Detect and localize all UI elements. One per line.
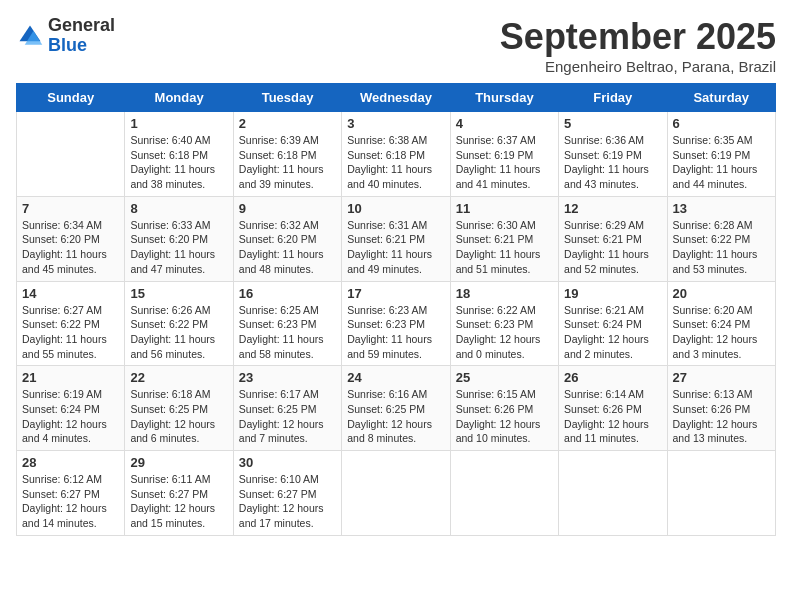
calendar-cell: 18Sunrise: 6:22 AM Sunset: 6:23 PM Dayli… <box>450 281 558 366</box>
day-info: Sunrise: 6:20 AM Sunset: 6:24 PM Dayligh… <box>673 303 770 362</box>
day-info: Sunrise: 6:21 AM Sunset: 6:24 PM Dayligh… <box>564 303 661 362</box>
calendar-cell: 11Sunrise: 6:30 AM Sunset: 6:21 PM Dayli… <box>450 196 558 281</box>
day-number: 10 <box>347 201 444 216</box>
day-number: 25 <box>456 370 553 385</box>
calendar-cell: 25Sunrise: 6:15 AM Sunset: 6:26 PM Dayli… <box>450 366 558 451</box>
calendar-weekday-friday: Friday <box>559 84 667 112</box>
calendar-cell: 22Sunrise: 6:18 AM Sunset: 6:25 PM Dayli… <box>125 366 233 451</box>
day-number: 13 <box>673 201 770 216</box>
location: Engenheiro Beltrao, Parana, Brazil <box>500 58 776 75</box>
logo: General Blue <box>16 16 115 56</box>
day-number: 28 <box>22 455 119 470</box>
month-title: September 2025 <box>500 16 776 58</box>
day-info: Sunrise: 6:18 AM Sunset: 6:25 PM Dayligh… <box>130 387 227 446</box>
calendar-cell: 8Sunrise: 6:33 AM Sunset: 6:20 PM Daylig… <box>125 196 233 281</box>
calendar-week-1: 1Sunrise: 6:40 AM Sunset: 6:18 PM Daylig… <box>17 112 776 197</box>
calendar-weekday-saturday: Saturday <box>667 84 775 112</box>
day-number: 2 <box>239 116 336 131</box>
day-info: Sunrise: 6:13 AM Sunset: 6:26 PM Dayligh… <box>673 387 770 446</box>
calendar-cell <box>342 451 450 536</box>
day-info: Sunrise: 6:29 AM Sunset: 6:21 PM Dayligh… <box>564 218 661 277</box>
title-block: September 2025 Engenheiro Beltrao, Paran… <box>500 16 776 75</box>
day-number: 8 <box>130 201 227 216</box>
calendar-weekday-tuesday: Tuesday <box>233 84 341 112</box>
calendar-cell: 17Sunrise: 6:23 AM Sunset: 6:23 PM Dayli… <box>342 281 450 366</box>
calendar-cell: 9Sunrise: 6:32 AM Sunset: 6:20 PM Daylig… <box>233 196 341 281</box>
day-info: Sunrise: 6:23 AM Sunset: 6:23 PM Dayligh… <box>347 303 444 362</box>
calendar-week-4: 21Sunrise: 6:19 AM Sunset: 6:24 PM Dayli… <box>17 366 776 451</box>
day-number: 17 <box>347 286 444 301</box>
day-number: 11 <box>456 201 553 216</box>
calendar-cell: 12Sunrise: 6:29 AM Sunset: 6:21 PM Dayli… <box>559 196 667 281</box>
calendar-weekday-sunday: Sunday <box>17 84 125 112</box>
calendar-cell: 16Sunrise: 6:25 AM Sunset: 6:23 PM Dayli… <box>233 281 341 366</box>
day-number: 12 <box>564 201 661 216</box>
calendar-cell: 2Sunrise: 6:39 AM Sunset: 6:18 PM Daylig… <box>233 112 341 197</box>
calendar-cell: 21Sunrise: 6:19 AM Sunset: 6:24 PM Dayli… <box>17 366 125 451</box>
day-number: 21 <box>22 370 119 385</box>
day-number: 9 <box>239 201 336 216</box>
calendar-cell <box>667 451 775 536</box>
day-info: Sunrise: 6:28 AM Sunset: 6:22 PM Dayligh… <box>673 218 770 277</box>
day-info: Sunrise: 6:40 AM Sunset: 6:18 PM Dayligh… <box>130 133 227 192</box>
calendar-cell: 26Sunrise: 6:14 AM Sunset: 6:26 PM Dayli… <box>559 366 667 451</box>
day-number: 1 <box>130 116 227 131</box>
calendar-cell: 3Sunrise: 6:38 AM Sunset: 6:18 PM Daylig… <box>342 112 450 197</box>
calendar-cell: 29Sunrise: 6:11 AM Sunset: 6:27 PM Dayli… <box>125 451 233 536</box>
calendar-cell: 30Sunrise: 6:10 AM Sunset: 6:27 PM Dayli… <box>233 451 341 536</box>
calendar-cell <box>17 112 125 197</box>
page-header: General Blue September 2025 Engenheiro B… <box>16 16 776 75</box>
day-number: 6 <box>673 116 770 131</box>
calendar-cell <box>559 451 667 536</box>
day-info: Sunrise: 6:27 AM Sunset: 6:22 PM Dayligh… <box>22 303 119 362</box>
day-info: Sunrise: 6:15 AM Sunset: 6:26 PM Dayligh… <box>456 387 553 446</box>
day-number: 5 <box>564 116 661 131</box>
day-number: 19 <box>564 286 661 301</box>
calendar-cell: 7Sunrise: 6:34 AM Sunset: 6:20 PM Daylig… <box>17 196 125 281</box>
day-number: 27 <box>673 370 770 385</box>
day-info: Sunrise: 6:37 AM Sunset: 6:19 PM Dayligh… <box>456 133 553 192</box>
day-info: Sunrise: 6:10 AM Sunset: 6:27 PM Dayligh… <box>239 472 336 531</box>
calendar-cell <box>450 451 558 536</box>
day-number: 22 <box>130 370 227 385</box>
day-info: Sunrise: 6:39 AM Sunset: 6:18 PM Dayligh… <box>239 133 336 192</box>
day-number: 24 <box>347 370 444 385</box>
day-number: 3 <box>347 116 444 131</box>
logo-general: General <box>48 16 115 36</box>
day-info: Sunrise: 6:34 AM Sunset: 6:20 PM Dayligh… <box>22 218 119 277</box>
calendar-cell: 6Sunrise: 6:35 AM Sunset: 6:19 PM Daylig… <box>667 112 775 197</box>
calendar-cell: 20Sunrise: 6:20 AM Sunset: 6:24 PM Dayli… <box>667 281 775 366</box>
day-number: 29 <box>130 455 227 470</box>
calendar-cell: 10Sunrise: 6:31 AM Sunset: 6:21 PM Dayli… <box>342 196 450 281</box>
day-info: Sunrise: 6:12 AM Sunset: 6:27 PM Dayligh… <box>22 472 119 531</box>
day-info: Sunrise: 6:16 AM Sunset: 6:25 PM Dayligh… <box>347 387 444 446</box>
day-number: 30 <box>239 455 336 470</box>
day-info: Sunrise: 6:22 AM Sunset: 6:23 PM Dayligh… <box>456 303 553 362</box>
day-number: 23 <box>239 370 336 385</box>
logo-icon <box>16 22 44 50</box>
day-number: 16 <box>239 286 336 301</box>
calendar-cell: 1Sunrise: 6:40 AM Sunset: 6:18 PM Daylig… <box>125 112 233 197</box>
calendar-cell: 13Sunrise: 6:28 AM Sunset: 6:22 PM Dayli… <box>667 196 775 281</box>
day-number: 26 <box>564 370 661 385</box>
calendar-table: SundayMondayTuesdayWednesdayThursdayFrid… <box>16 83 776 536</box>
day-info: Sunrise: 6:36 AM Sunset: 6:19 PM Dayligh… <box>564 133 661 192</box>
calendar-week-2: 7Sunrise: 6:34 AM Sunset: 6:20 PM Daylig… <box>17 196 776 281</box>
day-info: Sunrise: 6:14 AM Sunset: 6:26 PM Dayligh… <box>564 387 661 446</box>
calendar-cell: 14Sunrise: 6:27 AM Sunset: 6:22 PM Dayli… <box>17 281 125 366</box>
day-number: 20 <box>673 286 770 301</box>
calendar-cell: 27Sunrise: 6:13 AM Sunset: 6:26 PM Dayli… <box>667 366 775 451</box>
day-info: Sunrise: 6:25 AM Sunset: 6:23 PM Dayligh… <box>239 303 336 362</box>
calendar-cell: 28Sunrise: 6:12 AM Sunset: 6:27 PM Dayli… <box>17 451 125 536</box>
calendar-cell: 5Sunrise: 6:36 AM Sunset: 6:19 PM Daylig… <box>559 112 667 197</box>
logo-blue: Blue <box>48 36 115 56</box>
day-info: Sunrise: 6:35 AM Sunset: 6:19 PM Dayligh… <box>673 133 770 192</box>
day-info: Sunrise: 6:26 AM Sunset: 6:22 PM Dayligh… <box>130 303 227 362</box>
day-number: 14 <box>22 286 119 301</box>
calendar-header-row: SundayMondayTuesdayWednesdayThursdayFrid… <box>17 84 776 112</box>
calendar-cell: 15Sunrise: 6:26 AM Sunset: 6:22 PM Dayli… <box>125 281 233 366</box>
calendar-cell: 24Sunrise: 6:16 AM Sunset: 6:25 PM Dayli… <box>342 366 450 451</box>
calendar-weekday-thursday: Thursday <box>450 84 558 112</box>
day-info: Sunrise: 6:38 AM Sunset: 6:18 PM Dayligh… <box>347 133 444 192</box>
day-info: Sunrise: 6:31 AM Sunset: 6:21 PM Dayligh… <box>347 218 444 277</box>
